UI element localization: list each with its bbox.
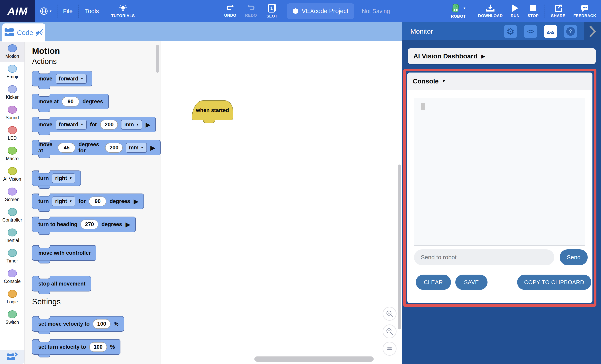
sidebar-item-ai-vision[interactable]: AI Vision [0,164,24,185]
category-dot [8,310,17,318]
code-brackets-icon: <> [527,28,534,35]
palette-scrollbar[interactable] [156,45,159,73]
block-move[interactable]: move forward▼ [32,71,92,87]
direction-dropdown[interactable]: forward▼ [56,74,87,84]
block-turn-to-heading[interactable]: turn to heading 270 degrees ▶ [32,216,136,232]
undo-button[interactable]: UNDO [224,5,236,18]
sidebar-item-kicker[interactable]: Kicker [0,82,24,103]
sidebar-item-inertial[interactable]: Inertial [0,226,24,246]
chevron-down-icon: ▼ [80,123,84,126]
ai-vision-dashboard-toggle[interactable]: AI Vision Dashboard ▶ [408,48,596,64]
redo-button[interactable]: REDO [245,5,257,18]
category-dot [8,208,17,216]
clear-button[interactable]: CLEAR [416,275,451,290]
divider [105,5,105,18]
distance-input[interactable]: 200 [100,120,118,129]
language-menu[interactable]: ▾ [40,7,51,15]
sidebar-item-sound[interactable]: Sound [0,103,24,123]
heading-input[interactable]: 270 [80,220,98,229]
block-move-with-controller[interactable]: move with controller [32,245,96,261]
monitor-dashboard-button[interactable] [544,25,557,38]
share-button[interactable]: SHARE [551,4,565,18]
panel-collapse-button[interactable] [584,22,601,40]
sidebar-item-switch[interactable]: Switch [0,307,24,328]
units-dropdown[interactable]: mm▼ [121,120,142,129]
category-dot [8,290,17,298]
canvas-vertical-scrollbar[interactable] [398,165,401,329]
monitor-code-button[interactable]: <> [524,25,537,38]
block-move-at-degrees[interactable]: move at 90 degrees [32,94,109,109]
project-name-button[interactable]: VEXcode Project [287,3,354,19]
slot-button[interactable]: 1 SLOT [267,4,277,19]
topbar-right-group: ▾ ROBOT DOWNLOAD RUN STOP [451,0,596,22]
console-header-toggle[interactable]: Console ▼ [407,72,592,90]
category-dot [8,44,17,52]
run-button[interactable]: RUN [511,4,520,18]
file-menu[interactable]: File [63,8,72,14]
tools-menu[interactable]: Tools [85,8,99,14]
block-set-move-velocity[interactable]: set move velocity to 100 % [32,316,124,332]
category-sidebar: Motion Emoji Kicker Sound LED Macro AI V… [0,41,25,364]
category-dot [8,167,17,175]
expand-arrow-icon[interactable]: ▶ [150,144,155,151]
category-dot [8,228,17,236]
turn-direction-dropdown[interactable]: right▼ [52,197,75,206]
blocks-text-toggle[interactable] [0,350,24,364]
block-turn-for-degrees[interactable]: turn right▼ for 90 degrees ▶ [32,194,144,209]
direction-dropdown[interactable]: forward▼ [56,120,87,129]
degrees-input[interactable]: 90 [62,97,79,107]
sidebar-item-emoji[interactable]: Emoji [0,62,24,82]
palette-category-title: Motion [32,46,60,56]
block-when-started[interactable]: when started [192,100,233,120]
zoom-out-button[interactable] [383,325,397,338]
tab-code[interactable]: Code [2,23,45,42]
console-section: Console ▼ Send CLEAR SAVE COPY TO CLIPBO… [407,72,592,303]
workspace-canvas[interactable]: when started [161,41,402,364]
block-turn[interactable]: turn right▼ [32,170,81,186]
sidebar-item-led[interactable]: LED [0,123,24,144]
turn-direction-dropdown[interactable]: right▼ [52,173,75,183]
sidebar-item-motion[interactable]: Motion [0,41,24,62]
copy-to-clipboard-button[interactable]: COPY TO CLIPBOARD [517,275,591,290]
block-set-turn-velocity[interactable]: set turn velocity to 100 % [32,339,120,355]
units-dropdown[interactable]: mm▼ [126,143,147,153]
monitor-settings-button[interactable]: ⚙ [504,25,517,38]
monitor-help-button[interactable]: ? [564,25,577,38]
sidebar-item-timer[interactable]: Timer [0,246,24,266]
block-move-at-degrees-for-distance[interactable]: move at 45 degrees for 200 mm▼ ▶ [32,140,160,155]
console-output-area[interactable] [414,98,585,246]
triangle-right-icon: ▶ [481,53,485,59]
degrees-input[interactable]: 45 [58,143,75,153]
zoom-in-button[interactable] [383,307,397,321]
tutorials-button[interactable]: TUTORIALS [111,4,135,18]
sidebar-item-screen[interactable]: Screen [0,185,24,205]
download-button[interactable]: DOWNLOAD [478,4,503,18]
velocity-input[interactable]: 100 [89,342,107,352]
undo-icon [226,5,234,12]
stop-button[interactable]: STOP [528,4,539,18]
canvas-horizontal-scrollbar[interactable] [254,356,374,362]
sidebar-item-controller[interactable]: Controller [0,205,24,226]
expand-arrow-icon[interactable]: ▶ [126,221,130,228]
send-to-robot-input[interactable] [414,249,554,265]
robot-menu[interactable]: ▾ ROBOT [451,4,466,19]
zoom-reset-button[interactable] [383,342,397,356]
save-button[interactable]: SAVE [455,275,488,290]
send-button[interactable]: Send [560,249,588,265]
sidebar-item-console[interactable]: Console [0,266,24,287]
triangle-down-icon: ▼ [442,79,446,83]
feedback-button[interactable]: FEEDBACK [573,4,596,18]
block-move-for-distance[interactable]: move forward▼ for 200 mm▼ ▶ [32,117,156,132]
feedback-icon [580,4,589,12]
sidebar-item-logic[interactable]: Logic [0,287,24,307]
sidebar-item-macro[interactable]: Macro [0,144,24,164]
chevron-down-icon: ▼ [136,123,139,126]
download-icon [486,4,495,12]
expand-arrow-icon[interactable]: ▶ [146,121,150,128]
expand-arrow-icon[interactable]: ▶ [134,198,138,205]
degrees-input[interactable]: 90 [89,197,106,206]
velocity-input[interactable]: 100 [93,319,110,329]
tab-strip [0,22,402,41]
block-stop-all-movement[interactable]: stop all movement [32,276,91,292]
distance-input[interactable]: 200 [105,143,123,153]
